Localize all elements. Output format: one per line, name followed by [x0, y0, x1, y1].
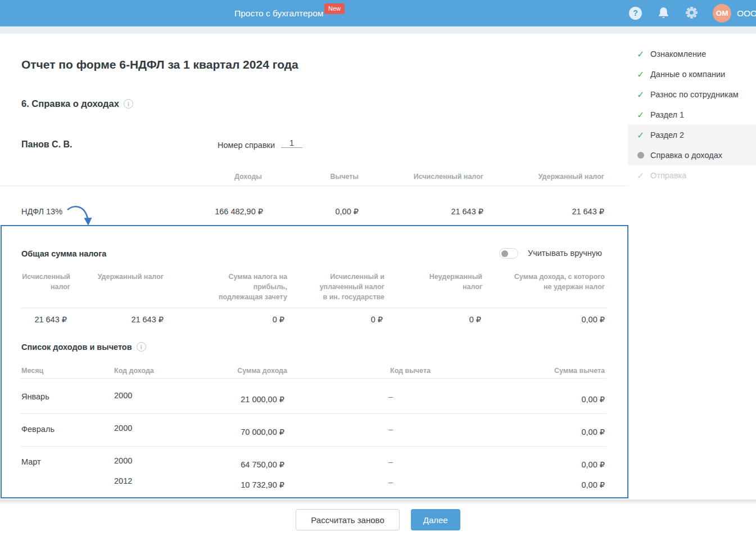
- app-title: Просто с бухгалтером: [234, 0, 324, 26]
- incomes-value: 166 482,90 ₽: [190, 207, 263, 216]
- col-income-sum: Сумма дохода: [214, 366, 287, 376]
- divider: [20, 378, 606, 379]
- col-deduction-code: Код вычета: [390, 366, 431, 376]
- notifications-bell-icon[interactable]: [657, 6, 670, 19]
- next-button[interactable]: Далее: [411, 509, 460, 530]
- cell-deduction-code: –: [388, 457, 393, 466]
- col-month: Месяц: [21, 366, 43, 376]
- footer-shadow-strip: [0, 500, 756, 505]
- cell-income-code: 2012: [114, 476, 132, 485]
- cell-deduction-sum: 0,00 ₽: [537, 428, 605, 436]
- cell-month: Март: [21, 457, 41, 466]
- tax-rate-row-label: НДФЛ 13%: [21, 207, 62, 216]
- check-icon: ✓: [637, 89, 650, 100]
- sidebar-item-section-1[interactable]: ✓ Раздел 1: [628, 105, 756, 125]
- sidebar-item-employee-allocation[interactable]: ✓ Разнос по сотрудникам: [628, 84, 756, 105]
- col-withheld-tax: Удержанный налог: [85, 272, 164, 282]
- recalculate-button[interactable]: Рассчитать заново: [296, 509, 399, 530]
- col-income-code: Код дохода: [114, 366, 154, 376]
- calculated-tax-value: 21 643 ₽: [410, 207, 483, 216]
- footer-actions: Рассчитать заново Далее: [0, 500, 756, 540]
- withheld-tax-total: 21 643 ₽: [102, 315, 164, 324]
- col-unwithheld-tax: Неудержанный налог: [426, 272, 482, 292]
- cell-deduction-sum: 0,00 ₽: [537, 480, 605, 489]
- column-header-withheld-tax: Удержанный налог: [509, 172, 604, 182]
- unwithheld-income-total: 0,00 ₽: [537, 315, 605, 324]
- divider: [20, 308, 606, 308]
- cell-income-sum: 21 000,00 ₽: [217, 395, 284, 404]
- cell-deduction-code: –: [388, 478, 393, 487]
- cell-deduction-code: –: [388, 392, 393, 401]
- sidebar-item-company-data[interactable]: ✓ Данные о компании: [628, 64, 756, 84]
- help-icon[interactable]: ?: [629, 7, 642, 20]
- profit-tax-offset-total: 0 ₽: [223, 315, 284, 324]
- manual-entry-toggle[interactable]: [499, 248, 518, 259]
- user-avatar[interactable]: ОМ: [713, 4, 731, 22]
- withheld-tax-value: 21 643 ₽: [531, 207, 604, 216]
- foreign-tax-total: 0 ₽: [321, 315, 383, 324]
- deductions-value: 0,00 ₽: [286, 207, 359, 216]
- check-icon: ✓: [637, 130, 650, 141]
- sidebar-item-income-certificate[interactable]: Справка о доходах: [628, 145, 756, 165]
- unwithheld-tax-total: 0 ₽: [419, 315, 481, 324]
- cell-income-code: 2000: [114, 391, 132, 400]
- cell-income-code: 2000: [114, 456, 132, 465]
- check-icon: ✓: [637, 49, 650, 60]
- settings-gear-icon[interactable]: [685, 6, 698, 19]
- cell-month: Февраль: [21, 425, 55, 434]
- new-badge: New: [324, 3, 345, 14]
- col-profit-tax-offset: Сумма налога на прибыль, подлежащая заче…: [215, 272, 287, 302]
- divider: [20, 446, 606, 447]
- divider: [20, 413, 606, 414]
- section-title-income-certificate: 6. Справка о доходахi: [21, 98, 133, 109]
- check-icon: ✓: [637, 170, 650, 181]
- certificate-number-label: Номер справки: [218, 141, 275, 150]
- cell-income-sum: 10 732,90 ₽: [217, 480, 284, 489]
- info-icon[interactable]: i: [137, 342, 146, 352]
- topbar: Просто с бухгалтером New ? ОМ ООО: [0, 0, 756, 26]
- sidebar-item-sending: ✓ Отправка: [628, 165, 756, 186]
- manual-entry-toggle-label: Учитывать вручную: [528, 249, 602, 258]
- col-unwithheld-income: Сумма дохода, с которого не удержан нало…: [506, 272, 605, 292]
- cell-month: Январь: [21, 392, 49, 401]
- info-icon[interactable]: i: [124, 99, 133, 109]
- income-list-title: Список доходов и вычетовi: [21, 342, 146, 352]
- org-menu[interactable]: ООО: [737, 0, 756, 26]
- cell-income-sum: 70 000,00 ₽: [217, 428, 284, 436]
- total-tax-title: Общая сумма налога: [21, 249, 106, 258]
- divider: [0, 186, 628, 186]
- sidebar-item-oznakomlenie[interactable]: ✓ Ознакомление: [628, 44, 756, 64]
- sidebar-item-section-2[interactable]: ✓ Раздел 2: [628, 125, 756, 145]
- cell-deduction-sum: 0,00 ₽: [537, 460, 605, 469]
- page-title: Отчет по форме 6-НДФЛ за 1 квартал 2024 …: [21, 58, 298, 71]
- cell-deduction-code: –: [388, 425, 393, 434]
- column-header-incomes: Доходы: [189, 172, 262, 182]
- pointer-arrow-icon: [66, 204, 94, 227]
- check-icon: ✓: [637, 69, 650, 80]
- col-foreign-tax: Исчисленный и уплаченный налог в ин. гос…: [318, 272, 384, 302]
- cell-deduction-sum: 0,00 ₽: [537, 395, 605, 404]
- cell-income-sum: 64 750,00 ₽: [217, 460, 284, 469]
- calculated-tax-total: 21 643 ₽: [19, 315, 67, 324]
- certificate-number-input[interactable]: [281, 138, 302, 148]
- column-header-calculated-tax: Исчисленный налог: [388, 172, 483, 182]
- col-calculated-tax: Исчисленный налог: [20, 272, 70, 292]
- employee-name: Панов С. В.: [21, 140, 73, 150]
- header-substrip: [0, 26, 756, 34]
- column-header-deductions: Вычеты: [286, 172, 359, 182]
- cell-income-code: 2000: [114, 424, 132, 433]
- check-icon: ✓: [637, 110, 650, 120]
- current-step-dot-icon: [637, 152, 644, 159]
- col-deduction-sum: Сумма вычета: [520, 366, 605, 376]
- income-certificate-panel: Общая сумма налога Учитывать вручную Исч…: [1, 225, 628, 498]
